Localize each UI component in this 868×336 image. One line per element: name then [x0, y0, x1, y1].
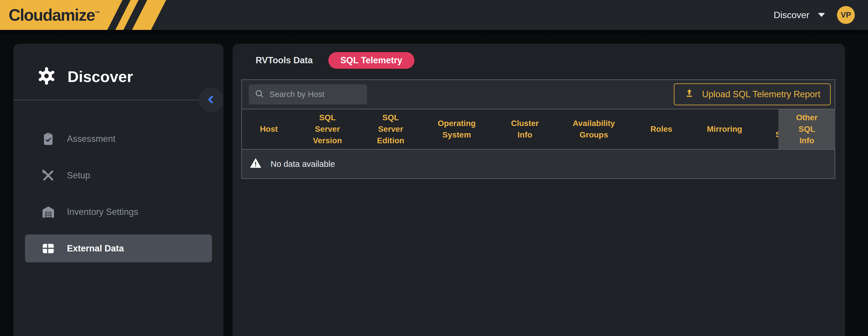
- caret-down-icon: [818, 13, 825, 17]
- column-header-host[interactable]: Host: [242, 109, 296, 149]
- table-header-row: Host SQL Server Version SQL Server Editi…: [242, 109, 835, 149]
- sidebar-item-label: Setup: [67, 170, 90, 181]
- gear-icon: [36, 66, 57, 87]
- tab-bar: RVTools Data SQL Telemetry: [256, 52, 414, 69]
- column-header-mirroring[interactable]: Mirroring: [694, 109, 755, 149]
- logo-text: Cloudamize™: [9, 5, 100, 24]
- column-header-operating-system[interactable]: Operating System: [422, 109, 491, 149]
- sidebar-item-inventory-settings[interactable]: Inventory Settings: [25, 198, 212, 226]
- warning-icon: [249, 157, 262, 171]
- cloudamize-logo: Cloudamize™: [0, 0, 184, 30]
- sql-telemetry-table: Upload SQL Telemetry Report Host SQL Ser…: [241, 79, 835, 179]
- column-header-truncated[interactable]: S: [755, 109, 778, 149]
- clipboard-check-icon: [40, 131, 56, 147]
- sidebar-item-label: Assessment: [67, 134, 116, 144]
- topbar-shadow: [0, 30, 868, 35]
- tab-sql-telemetry[interactable]: SQL Telemetry: [328, 52, 414, 69]
- sidebar-title: Discover: [67, 67, 133, 85]
- app-switcher-label: Discover: [774, 10, 809, 21]
- sidebar-divider: [13, 100, 205, 101]
- empty-state-row: No data available: [242, 149, 835, 178]
- main-panel: RVTools Data SQL Telemetry: [232, 44, 845, 336]
- column-header-cluster-info[interactable]: Cluster Info: [491, 109, 559, 149]
- chevron-left-icon: [205, 93, 217, 107]
- sidebar-collapse-button[interactable]: [199, 87, 223, 112]
- table-toolbar: Upload SQL Telemetry Report: [242, 80, 835, 109]
- top-bar: Cloudamize™ Discover VP: [0, 0, 868, 30]
- upload-button-label: Upload SQL Telemetry Report: [702, 89, 820, 100]
- search-icon: [254, 89, 264, 100]
- app-screen: Cloudamize™ Discover VP: [0, 0, 868, 336]
- column-header-availability-groups[interactable]: Availability Groups: [559, 109, 629, 149]
- sidebar: Discover Assessment: [13, 44, 223, 336]
- table-grid-icon: [40, 241, 56, 256]
- sidebar-nav: Assessment Setup: [25, 125, 212, 262]
- sidebar-item-external-data[interactable]: External Data: [25, 234, 212, 262]
- column-header-other-sql-info[interactable]: Other SQL Info: [778, 109, 835, 149]
- upload-icon: [684, 88, 694, 101]
- user-avatar[interactable]: VP: [837, 6, 855, 24]
- sidebar-item-label: Inventory Settings: [67, 207, 138, 217]
- column-header-sql-server-version[interactable]: SQL Server Version: [296, 109, 359, 149]
- trademark-symbol: ™: [95, 10, 100, 16]
- empty-state-message: No data available: [271, 159, 335, 169]
- warehouse-icon: [40, 204, 56, 220]
- search-input[interactable]: [270, 90, 361, 99]
- search-box[interactable]: [249, 84, 367, 105]
- sidebar-item-label: External Data: [67, 243, 124, 254]
- column-header-sql-server-edition[interactable]: SQL Server Edition: [359, 109, 422, 149]
- tab-rvtools-data[interactable]: RVTools Data: [256, 55, 313, 65]
- tools-icon: [40, 168, 56, 183]
- column-header-roles[interactable]: Roles: [629, 109, 694, 149]
- sidebar-item-setup[interactable]: Setup: [25, 161, 212, 189]
- upload-sql-telemetry-button[interactable]: Upload SQL Telemetry Report: [674, 83, 831, 105]
- topbar-right: Discover VP: [774, 0, 855, 30]
- app-switcher-dropdown[interactable]: Discover: [774, 10, 825, 21]
- sidebar-header: Discover: [13, 62, 223, 91]
- sidebar-item-assessment[interactable]: Assessment: [25, 125, 212, 153]
